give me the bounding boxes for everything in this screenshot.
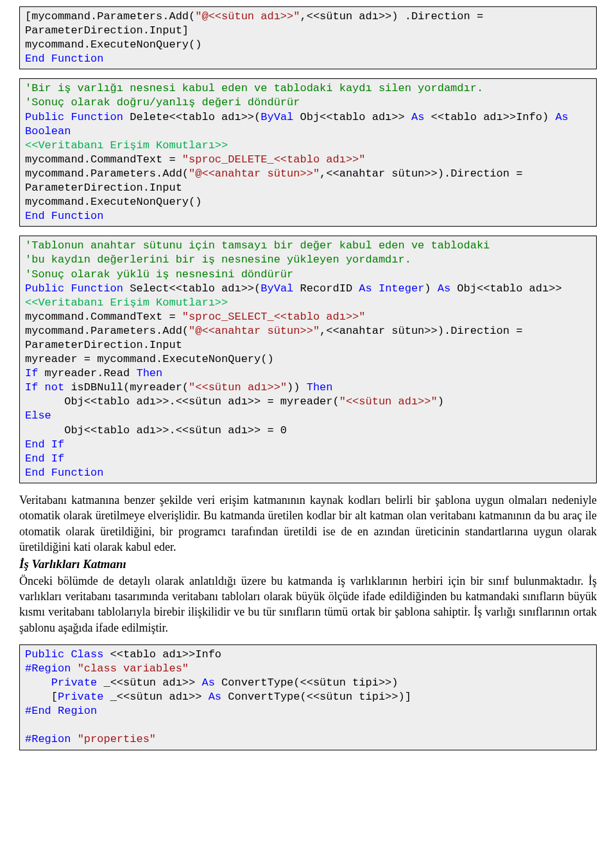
- code-comment: 'Bir iş varlığı nesnesi kabul eden ve ta…: [25, 82, 483, 94]
- code-text: ): [424, 282, 437, 295]
- code-keyword: If not: [25, 381, 64, 393]
- code-keyword: Else: [25, 410, 51, 422]
- code-text: ): [438, 395, 444, 408]
- code-string: "properties": [78, 733, 156, 745]
- code-text: isDBNull(myreader(: [64, 381, 189, 393]
- code-keyword: If: [25, 367, 38, 379]
- code-region: #End Region: [25, 705, 97, 717]
- code-keyword: Private: [25, 677, 97, 689]
- code-string: "@<<anahtar sütun>>": [189, 168, 320, 180]
- code-text: _<<sütun adı>>: [103, 691, 208, 703]
- code-block-4: Public Class <<tablo adı>>Info #Region "…: [19, 644, 597, 750]
- section-heading: İş Varlıkları Katmanı: [19, 556, 597, 573]
- code-text: Obj<<tablo adı>>.<<sütun adı>> = 0: [25, 424, 287, 436]
- code-keyword: Then: [307, 381, 333, 393]
- code-keyword: Public Function: [25, 111, 123, 123]
- code-keyword: As: [209, 691, 221, 703]
- paragraph-1: Veritabanı katmanına benzer şekilde veri…: [19, 492, 597, 555]
- paragraph-2: Önceki bölümde de detaylı olarak anlatıl…: [19, 573, 597, 635]
- code-comment: 'Sonuç olarak yüklü iş nesnesini döndürü…: [25, 268, 293, 281]
- code-line: [mycommand.Parameters.Add(: [25, 10, 195, 22]
- code-text: Obj<<tablo adı>>: [450, 282, 561, 295]
- code-string: "class variables": [78, 662, 189, 675]
- code-keyword: As: [201, 677, 214, 689]
- code-placeholder: <<Veritabanı Erişim Komutları>>: [25, 139, 228, 151]
- code-text: Obj<<tablo adı>>: [293, 111, 411, 123]
- code-string: "<<sütun adı>>": [189, 381, 287, 393]
- code-text: _<<sütun adı>>: [97, 677, 201, 689]
- code-keyword: End If: [25, 438, 64, 451]
- code-keyword: End If: [25, 453, 64, 465]
- code-text: myreader = mycommand.ExecuteNonQuery(): [25, 353, 274, 365]
- code-text: )): [287, 381, 307, 393]
- code-string: "@<<sütun adı>>": [195, 10, 300, 22]
- code-string: "sproc_DELETE_<<tablo adı>>": [182, 153, 366, 166]
- code-keyword: End Function: [25, 467, 103, 479]
- code-string: "<<sütun adı>>": [339, 395, 438, 408]
- code-keyword: ByVal: [261, 111, 293, 123]
- code-text: mycommand.CommandText =: [25, 153, 182, 166]
- code-keyword: As: [438, 282, 450, 295]
- code-string: "@<<anahtar sütun>>": [189, 325, 320, 337]
- code-keyword: Then: [136, 367, 162, 379]
- code-comment: 'Sonuç olarak doğru/yanlış değeri döndür…: [25, 96, 300, 108]
- code-line: mycommand.ExecuteNonQuery(): [25, 39, 201, 51]
- code-text: mycommand.Parameters.Add(: [25, 325, 189, 337]
- code-text: mycommand.ExecuteNonQuery(): [25, 196, 201, 208]
- code-keyword: As Integer: [359, 282, 424, 295]
- code-block-1: [mycommand.Parameters.Add("@<<sütun adı>…: [19, 6, 597, 69]
- code-keyword: Private: [58, 691, 103, 703]
- code-region: #Region: [25, 662, 78, 675]
- code-block-2: 'Bir iş varlığı nesnesi kabul eden ve ta…: [19, 78, 597, 227]
- code-text: Select<<tablo adı>>(: [123, 282, 261, 295]
- code-comment: 'bu kaydın değerlerini bir iş nesnesine …: [25, 254, 411, 266]
- code-keyword: ByVal: [261, 282, 293, 295]
- code-keyword: Public Class: [25, 648, 103, 661]
- code-text: <<tablo adı>>Info): [424, 111, 555, 123]
- code-keyword: End Function: [25, 210, 103, 222]
- code-text: <<tablo adı>>Info: [103, 648, 221, 661]
- code-region: #Region: [25, 733, 78, 745]
- code-text: [: [25, 691, 58, 703]
- code-text: mycommand.CommandText =: [25, 311, 182, 323]
- code-keyword: End Function: [25, 53, 103, 65]
- code-placeholder: <<Veritabanı Erişim Komutları>>: [25, 297, 228, 309]
- code-keyword: As: [411, 111, 424, 123]
- code-comment: 'Tablonun anahtar sütunu için tamsayı bi…: [25, 239, 490, 252]
- code-text: Obj<<tablo adı>>.<<sütun adı>> = myreade…: [25, 395, 339, 408]
- code-text: myreader.Read: [38, 367, 136, 379]
- code-text: Delete<<tablo adı>>(: [123, 111, 261, 123]
- code-text: RecordID: [293, 282, 359, 295]
- code-keyword: Public Function: [25, 282, 123, 295]
- code-string: "sproc_SELECT_<<tablo adı>>": [182, 311, 366, 323]
- code-block-3: 'Tablonun anahtar sütunu için tamsayı bi…: [19, 236, 597, 483]
- code-text: mycommand.Parameters.Add(: [25, 168, 189, 180]
- code-text: ConvertType(<<sütun tipi>>): [215, 677, 398, 689]
- code-text: ConvertType(<<sütun tipi>>)]: [221, 691, 411, 703]
